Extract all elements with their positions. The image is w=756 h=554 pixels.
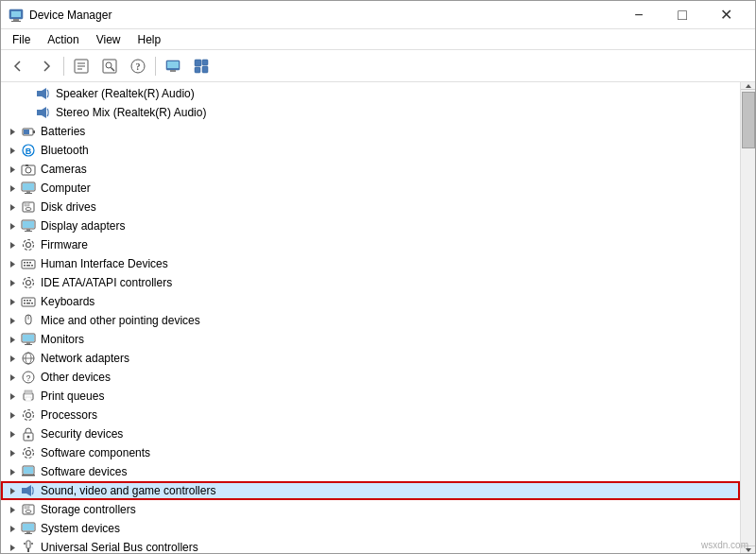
- toggle-processors[interactable]: [5, 407, 20, 423]
- menu-view[interactable]: View: [89, 31, 129, 48]
- icon-other: ?: [20, 369, 37, 386]
- tree-item-keyboards[interactable]: Keyboards: [1, 292, 740, 311]
- tree-item-softwaredevices[interactable]: Software devices: [1, 462, 740, 481]
- label-cameras: Cameras: [41, 163, 87, 176]
- svg-marker-86: [10, 393, 15, 400]
- properties-button[interactable]: [68, 54, 94, 78]
- svg-rect-64: [22, 298, 35, 306]
- toggle-monitors[interactable]: [5, 332, 20, 347]
- toggle-firmware[interactable]: [5, 237, 20, 252]
- close-button[interactable]: ✕: [704, 1, 747, 29]
- toggle-other[interactable]: [5, 370, 20, 385]
- tree-item-bluetooth[interactable]: BBluetooth: [1, 141, 740, 160]
- tree-item-batteries[interactable]: Batteries: [1, 122, 740, 141]
- tree-item-ide[interactable]: IDE ATA/ATAPI controllers: [1, 273, 740, 292]
- scrollbar[interactable]: [740, 82, 755, 553]
- tree-item-network[interactable]: Network adapters: [1, 349, 740, 368]
- forward-button[interactable]: [33, 54, 60, 78]
- tree-item-hid[interactable]: Human Interface Devices: [1, 254, 740, 273]
- help-button[interactable]: ?: [125, 54, 151, 78]
- tree-item-security[interactable]: Security devices: [1, 424, 740, 443]
- tree-item-diskdrives[interactable]: Disk drives: [1, 198, 740, 216]
- tree-item-storage[interactable]: Storage controllers: [1, 500, 740, 519]
- toggle-security[interactable]: [5, 426, 20, 441]
- svg-rect-78: [25, 344, 32, 345]
- svg-rect-104: [22, 488, 26, 493]
- separator-2: [155, 57, 156, 76]
- svg-rect-18: [195, 67, 200, 73]
- menu-help[interactable]: Help: [130, 31, 169, 48]
- scan-button[interactable]: [96, 54, 123, 78]
- device-tree[interactable]: Speaker (Realtek(R) Audio)Stereo Mix (Re…: [1, 82, 740, 553]
- toggle-system[interactable]: [5, 521, 20, 536]
- toggle-stereomix[interactable]: [20, 105, 35, 120]
- tree-item-firmware[interactable]: Firmware: [1, 235, 740, 254]
- svg-marker-96: [10, 450, 15, 457]
- svg-rect-117: [27, 548, 29, 552]
- svg-rect-114: [25, 533, 32, 534]
- toggle-print[interactable]: [5, 389, 20, 404]
- toggle-ide[interactable]: [5, 275, 20, 290]
- minimize-button[interactable]: −: [617, 1, 661, 29]
- toggle-batteries[interactable]: [5, 124, 20, 139]
- label-firmware: Firmware: [41, 238, 88, 251]
- device-manager-icon-btn[interactable]: [188, 54, 215, 78]
- toggle-mice[interactable]: [5, 313, 20, 328]
- toggle-softwaredevices[interactable]: [5, 464, 20, 479]
- label-other: Other devices: [41, 371, 111, 384]
- tree-item-print[interactable]: Print queues: [1, 387, 740, 406]
- tree-item-speaker[interactable]: Speaker (Realtek(R) Audio): [1, 84, 740, 103]
- toggle-storage[interactable]: [5, 502, 20, 517]
- toggle-speaker[interactable]: [20, 86, 35, 101]
- toggle-diskdrives[interactable]: [5, 199, 20, 215]
- toggle-keyboards[interactable]: [5, 294, 20, 309]
- svg-point-97: [26, 451, 31, 456]
- tree-item-displayadapters[interactable]: Display adapters: [1, 216, 740, 235]
- svg-rect-39: [25, 193, 32, 194]
- svg-rect-3: [11, 21, 21, 22]
- svg-line-10: [112, 67, 115, 71]
- toggle-hid[interactable]: [5, 256, 20, 271]
- svg-rect-2: [13, 19, 19, 21]
- menu-file[interactable]: File: [5, 31, 38, 48]
- toggle-software[interactable]: [5, 445, 20, 460]
- toggle-sound[interactable]: [5, 483, 20, 498]
- tree-item-cameras[interactable]: Cameras: [1, 160, 740, 179]
- tree-item-usb[interactable]: Universal Serial Bus controllers: [1, 538, 740, 553]
- toggle-computer[interactable]: [5, 181, 20, 196]
- maximize-button[interactable]: □: [661, 1, 704, 29]
- svg-rect-102: [22, 475, 35, 476]
- tree-item-mice[interactable]: Mice and other pointing devices: [1, 311, 740, 330]
- scroll-down-button[interactable]: [741, 545, 755, 553]
- toggle-usb[interactable]: [5, 540, 20, 553]
- svg-point-95: [27, 436, 30, 439]
- svg-marker-49: [10, 242, 15, 249]
- toggle-cameras[interactable]: [5, 162, 20, 177]
- tree-item-software[interactable]: Software components: [1, 443, 740, 462]
- toggle-displayadapters[interactable]: [5, 218, 20, 234]
- menu-action[interactable]: Action: [40, 31, 86, 48]
- tree-item-sound[interactable]: Sound, video and game controllers: [1, 481, 740, 500]
- toggle-bluetooth[interactable]: [5, 143, 20, 158]
- toggle-network[interactable]: [5, 351, 20, 366]
- scroll-up-button[interactable]: [741, 82, 755, 90]
- svg-marker-83: [10, 374, 15, 381]
- icon-cameras: [20, 161, 37, 178]
- svg-text:?: ?: [136, 61, 141, 72]
- tree-item-stereomix[interactable]: Stereo Mix (Realtek(R) Audio): [1, 103, 740, 122]
- tree-item-other[interactable]: ?Other devices: [1, 368, 740, 387]
- svg-point-108: [26, 511, 31, 513]
- icon-print: [20, 388, 37, 405]
- update-driver-button[interactable]: [160, 54, 186, 78]
- tree-item-system[interactable]: System devices: [1, 519, 740, 538]
- tree-item-computer[interactable]: Computer: [1, 179, 740, 198]
- label-print: Print queues: [41, 390, 104, 403]
- scrollbar-thumb[interactable]: [742, 92, 755, 148]
- tree-item-monitors[interactable]: Monitors: [1, 330, 740, 349]
- icon-computer: [20, 180, 37, 197]
- tree-item-processors[interactable]: Processors: [1, 406, 740, 424]
- svg-rect-26: [33, 130, 35, 133]
- back-button[interactable]: [5, 54, 31, 78]
- svg-rect-14: [167, 61, 179, 68]
- svg-marker-99: [10, 469, 15, 476]
